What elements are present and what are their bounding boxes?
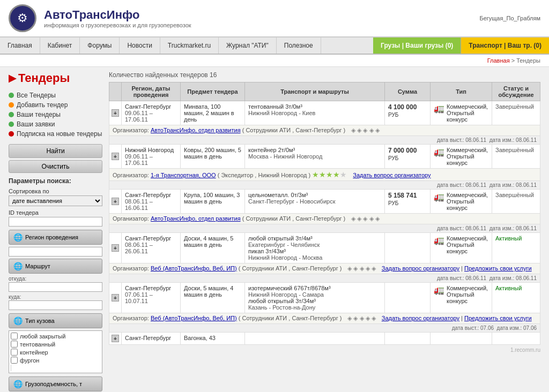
transport-cell: тентованный 3т/0м³Нижний Новгород - Киев	[245, 101, 385, 125]
col-subject: Предмет тендера	[181, 82, 245, 101]
sum-cell: 7 000 000РУБ	[385, 145, 431, 169]
route-button[interactable]: 🌐 Маршрут	[9, 259, 102, 274]
status-cell: Активный	[492, 233, 540, 263]
type-cell: 🚛Коммерческий, Открытый конкурс	[431, 283, 492, 313]
to-label: куда:	[9, 294, 102, 300]
type-cell	[431, 333, 492, 345]
sidebar-item-subscribe[interactable]: Подписка на новые тендеры	[9, 129, 102, 139]
site-name: АвтоТрансИнфо	[44, 8, 191, 22]
sidebar-item-my-bids[interactable]: Ваши заявки	[9, 119, 102, 129]
search-button[interactable]: Найти	[9, 144, 102, 158]
nav-bar: Главная Кабинет Форумы Новости Truckmark…	[0, 37, 549, 55]
region-cell: Санкт-Петербург08.06.11 – 26.06.11	[122, 233, 181, 263]
organizer-link-5[interactable]: Веб (АвтоТрансИнфо, Веб, ИП)	[151, 315, 237, 321]
status-cell: Завершённый	[492, 190, 540, 214]
body-type-button[interactable]: 🌐 Тип кузова	[9, 313, 102, 328]
checkbox-container[interactable]	[11, 349, 18, 356]
expand-btn[interactable]: +	[109, 101, 122, 125]
breadcrumb-home[interactable]: Главная	[487, 57, 510, 64]
payload-icon: 🌐	[13, 380, 23, 388]
type-cell: 🚛Коммерческий, Открытый конкурс	[431, 233, 492, 263]
expand-btn[interactable]: +	[109, 145, 122, 169]
offer-services-link-5[interactable]: Предложить свои услуги	[464, 315, 532, 321]
col-region: Регион, даты проведения	[122, 82, 181, 101]
sidebar-item-my-tenders[interactable]: Ваши тендеры	[9, 110, 102, 119]
organizer-link[interactable]: АвтоТрансИнфо, отдел развития	[151, 127, 241, 133]
table-row: + Санкт-Петербург09.06.11 – 17.06.11 Мин…	[109, 101, 540, 125]
status-cell	[492, 333, 540, 345]
dot-red-icon	[9, 131, 14, 137]
params-title: Параметры поиска:	[9, 177, 102, 185]
nav-forums[interactable]: Форумы	[80, 37, 120, 54]
org-row: Организатор: АвтоТрансИнфо, отдел развит…	[109, 125, 540, 136]
globe-icon: 🌐	[13, 233, 23, 242]
sum-cell	[385, 333, 431, 345]
id-label: ID тендера	[9, 209, 102, 216]
sort-label: Сортировка по	[9, 188, 102, 194]
ask-question-link-5[interactable]: Задать вопрос организатору	[382, 315, 459, 321]
col-status: Статус и обсуждение	[492, 82, 540, 101]
nav-cabinet[interactable]: Кабинет	[40, 37, 80, 54]
nav-useful[interactable]: Полезное	[277, 37, 321, 54]
sidebar: ▶ Тендеры Все Тендеры Добавить тендер Ва…	[9, 71, 102, 392]
expand-btn[interactable]: +	[109, 333, 122, 345]
main-content: Количество найденных тендеров 16 Регион,…	[109, 71, 540, 392]
body-icon: 🌐	[13, 316, 23, 325]
organizer-link-2[interactable]: 1-я Транспортная, ООО	[151, 172, 216, 178]
id-input[interactable]	[9, 217, 102, 227]
region-cell: Санкт-Петербург	[122, 333, 181, 345]
sum-cell: 4 100 000РУБ	[385, 101, 431, 125]
status-cell: Завершённый	[492, 101, 540, 125]
nav-truckmarket[interactable]: Truckmarket.ru	[160, 37, 219, 54]
date-row: дата выст.: 07.06 дата изм.: 07.06	[109, 324, 540, 333]
checkbox-any-closed[interactable]	[11, 333, 18, 340]
date-row: дата выст.: 08.06.11 дата изм.: 08.06.11	[109, 224, 540, 233]
from-input[interactable]	[9, 282, 102, 292]
date-row: дата выст.: 08.06.11 дата изм.: 08.06.11	[109, 274, 540, 283]
region-input[interactable]	[9, 247, 102, 257]
table-row: + Санкт-Петербург08.06.11 – 16.06.11 Кру…	[109, 190, 540, 214]
sidebar-item-add-tender[interactable]: Добавить тендер	[9, 100, 102, 110]
expand-btn[interactable]: +	[109, 233, 122, 263]
breadcrumb-current: Тендеры	[516, 57, 540, 64]
sort-select[interactable]: дате выставления	[9, 195, 102, 206]
organizer-link-4[interactable]: Веб (АвтоТрансИнфо, Веб, ИП)	[151, 265, 237, 272]
offer-services-link-4[interactable]: Предложить свои услуги	[464, 265, 532, 272]
payload-button[interactable]: 🌐 Грузоподъемность, т	[9, 376, 102, 391]
nav-cargo[interactable]: Грузы | Ваши грузы (0)	[373, 37, 461, 54]
subject-cell: Крупа, 100 машин, 3 машин в день	[181, 190, 245, 214]
nav-home[interactable]: Главная	[0, 37, 40, 54]
organizer-link-3[interactable]: АвтоТрансИнфо, отдел развития	[151, 215, 241, 222]
col-type: Тип	[431, 82, 492, 101]
results-count: Количество найденных тендеров 16	[109, 71, 540, 79]
to-input[interactable]	[9, 300, 102, 310]
nav-news[interactable]: Новости	[120, 37, 160, 54]
tender-table: Регион, даты проведения Предмет тендера …	[109, 82, 540, 345]
nav-transport[interactable]: Транспорт | Ваш тр. (0)	[461, 37, 549, 54]
org-row: Организатор: 1-я Транспортная, ООО ( Экс…	[109, 169, 540, 181]
ask-question-link-2[interactable]: Задать вопрос организатору	[353, 172, 431, 178]
type-cell: 🚛Коммерческий, Открытый конкурс	[431, 101, 492, 125]
status-cell: Активный	[492, 283, 540, 313]
expand-btn[interactable]: +	[109, 190, 122, 214]
nav-journal[interactable]: Журнал "АТИ"	[219, 37, 277, 54]
col-sum: Сумма	[385, 82, 431, 101]
checkbox-tent[interactable]	[11, 341, 18, 348]
type-cell: 🚛Коммерческий, Открытый конкурс	[431, 145, 492, 169]
dot-green2-icon	[9, 112, 14, 117]
logo-text: АвтоТрансИнфо информация о грузоперевозк…	[44, 8, 191, 28]
checkbox-van[interactable]	[11, 357, 18, 364]
expand-btn[interactable]: +	[109, 283, 122, 313]
table-row: + Санкт-Петербург08.06.11 – 26.06.11 Дос…	[109, 233, 540, 263]
region-cell: Санкт-Петербург08.06.11 – 16.06.11	[122, 190, 181, 214]
sidebar-item-all-tenders[interactable]: Все Тендеры	[9, 91, 102, 100]
ask-question-link-4[interactable]: Задать вопрос организатору	[382, 265, 459, 272]
site-tagline: информация о грузоперевозках и для грузо…	[44, 22, 191, 28]
region-button[interactable]: 🌐 Регион проведения	[9, 230, 102, 245]
clear-button[interactable]: Очистить	[9, 160, 102, 173]
date-row: дата выст.: 08.06.11 дата изм.: 08.06.11	[109, 136, 540, 145]
status-cell: Завершённый	[492, 145, 540, 169]
region-cell: Санкт-Петербург07.06.11 – 10.07.11	[122, 283, 181, 313]
footer-watermark: 1.recomm.ru	[109, 347, 540, 353]
subject-cell: Минвата, 100 машин, 2 машин в день	[181, 101, 245, 125]
